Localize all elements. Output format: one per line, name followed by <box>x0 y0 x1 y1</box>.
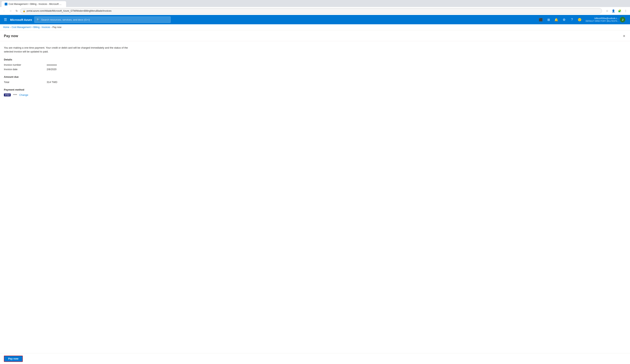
azure-logo: Microsoft Azure <box>10 18 32 21</box>
address-bar[interactable]: 🔒 portal.azure.com/#blade/Microsoft_Azur… <box>20 8 602 13</box>
browser-toolbar: ← → ↻ 🔒 portal.azure.com/#blade/Microsof… <box>0 7 630 15</box>
pay-now-button[interactable]: Pay now <box>4 356 23 362</box>
directory-icon: ⊞ <box>547 18 550 21</box>
active-tab[interactable]: Cost Management + Billing - Invoices - M… <box>2 1 66 7</box>
help-icon: ? <box>571 18 573 21</box>
user-info: billtest456tw@outlook.c... DEFAULT DIREC… <box>586 17 619 22</box>
portal-menu-button[interactable]: ☰ <box>3 17 8 22</box>
reload-button[interactable]: ↻ <box>14 8 20 13</box>
payment-method-section: Payment method VISA **** Change <box>4 88 626 96</box>
profile-button[interactable]: 👤 <box>610 8 616 13</box>
header-actions: ⬛ ⊞ 🔔 ⚙ ? 🙂 billtest456tw@outlook.c... D… <box>537 16 627 23</box>
panel-description: You are making a one-time payment. Your … <box>4 46 132 53</box>
forward-button[interactable]: → <box>8 8 13 13</box>
details-section-title: Details <box>4 58 626 61</box>
pay-now-panel: Pay now ✕ You are making a one-time paym… <box>0 30 630 101</box>
portal-search-bar[interactable]: 🔍 Search resources, services, and docs (… <box>34 16 170 23</box>
invoice-date-value: 2/8/2020 <box>47 68 626 71</box>
user-email: billtest456tw@outlook.c... <box>586 17 619 20</box>
browser-chrome: Cost Management + Billing - Invoices - M… <box>0 0 630 15</box>
help-button[interactable]: ? <box>568 16 575 23</box>
cloud-shell-icon: ⬛ <box>539 18 543 21</box>
total-label: Total <box>4 81 47 83</box>
user-section[interactable]: billtest456tw@outlook.c... DEFAULT DIREC… <box>584 16 627 23</box>
panel-header: Pay now ✕ <box>0 30 630 41</box>
browser-actions: ☆ 👤 🧩 ⋮ <box>604 8 628 13</box>
breadcrumb-home[interactable]: Home <box>3 26 9 28</box>
hamburger-icon: ☰ <box>4 18 7 21</box>
payment-method-row: VISA **** Change <box>4 93 626 96</box>
user-directory: DEFAULT DIRECTORY (BILLTEST4... <box>586 20 619 22</box>
extensions-button[interactable]: 🧩 <box>617 8 622 13</box>
bookmark-button[interactable]: ☆ <box>604 8 610 13</box>
lock-icon: 🔒 <box>23 10 26 12</box>
settings-button[interactable]: ⚙ <box>560 16 568 23</box>
directory-button[interactable]: ⊞ <box>545 16 552 23</box>
search-placeholder: Search resources, services, and docs (G+… <box>41 18 90 21</box>
tab-favicon <box>5 3 8 5</box>
back-button[interactable]: ← <box>2 8 7 13</box>
browser-menu-button[interactable]: ⋮ <box>623 8 628 13</box>
breadcrumb-separator-2: › <box>51 26 52 28</box>
payment-method-title: Payment method <box>4 88 626 91</box>
panel-title: Pay now <box>4 34 18 38</box>
browser-tabs: Cost Management + Billing - Invoices - M… <box>0 0 630 7</box>
search-icon: 🔍 <box>36 18 40 21</box>
panel-body: You are making a one-time payment. Your … <box>0 41 630 101</box>
feedback-button[interactable]: 🙂 <box>576 16 583 23</box>
panel-footer: Pay now <box>0 353 630 364</box>
card-dots: **** <box>13 93 17 96</box>
amount-section-title: Amount due <box>4 75 626 78</box>
invoice-number-label: Invoice number <box>4 63 47 66</box>
feedback-icon: 🙂 <box>578 18 582 21</box>
details-section: Details Invoice number xxxxxxxx Invoice … <box>4 58 626 71</box>
breadcrumb-current: Pay now <box>52 26 62 28</box>
gear-icon: ⚙ <box>563 18 566 21</box>
cloud-shell-button[interactable]: ⬛ <box>537 16 544 23</box>
azure-portal-header: ☰ Microsoft Azure 🔍 Search resources, se… <box>0 15 630 24</box>
portal-content: Home › Cost Management + Billing - Invoi… <box>0 24 630 364</box>
details-grid: Invoice number xxxxxxxx Invoice date 2/8… <box>4 63 626 71</box>
address-text: portal.azure.com/#blade/Microsoft_Azure_… <box>27 9 112 12</box>
total-value: 314 TWD <box>47 81 626 83</box>
breadcrumb-separator-1: › <box>10 26 11 28</box>
avatar[interactable]: J <box>620 17 625 22</box>
invoice-date-label: Invoice date <box>4 68 47 71</box>
amount-grid: Total 314 TWD <box>4 81 626 83</box>
visa-logo: VISA <box>4 93 11 96</box>
breadcrumb-billing[interactable]: Cost Management + Billing - Invoices <box>12 26 50 28</box>
breadcrumb: Home › Cost Management + Billing - Invoi… <box>0 24 630 30</box>
bell-icon: 🔔 <box>554 18 558 21</box>
notifications-button[interactable]: 🔔 <box>553 16 560 23</box>
tab-title: Cost Management + Billing - Invoices - M… <box>8 3 63 5</box>
close-icon: ✕ <box>623 34 625 38</box>
change-payment-link[interactable]: Change <box>20 93 28 96</box>
close-button[interactable]: ✕ <box>622 33 626 39</box>
invoice-number-value: xxxxxxxx <box>47 63 626 66</box>
amount-section: Amount due Total 314 TWD <box>4 75 626 83</box>
